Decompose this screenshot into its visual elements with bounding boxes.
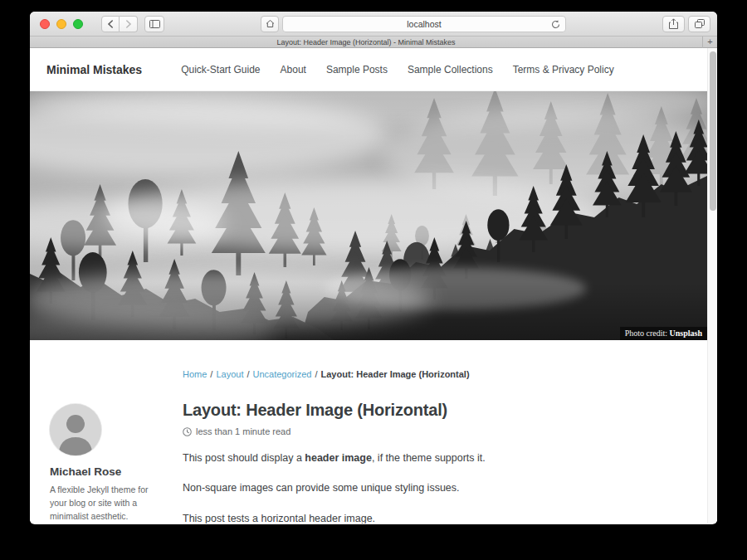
browser-window: localhost Layout: Header Image (Horizont… bbox=[30, 12, 717, 524]
reload-button[interactable] bbox=[550, 19, 561, 30]
read-time: less than 1 minute read bbox=[196, 426, 290, 436]
photo-credit-link[interactable]: Unsplash bbox=[670, 329, 702, 338]
paragraph-1: This post should display a header image,… bbox=[183, 450, 681, 466]
home-button[interactable] bbox=[261, 16, 279, 32]
author-sidebar: Michael Rose A flexible Jekyll theme for… bbox=[30, 401, 183, 523]
breadcrumb-separator: / bbox=[315, 369, 317, 379]
sidebar-icon bbox=[149, 20, 160, 28]
post-body: Layout: Header Image (Horizontal) less t… bbox=[183, 401, 697, 523]
active-tab[interactable]: Layout: Header Image (Horizontal) - Mini… bbox=[30, 37, 702, 48]
post-meta: less than 1 minute read bbox=[183, 426, 681, 436]
header-image: Photo credit: Unsplash bbox=[30, 91, 707, 340]
chevron-left-icon bbox=[107, 20, 114, 28]
author-name: Michael Rose bbox=[50, 465, 163, 478]
primary-nav: Quick-Start Guide About Sample Posts Sam… bbox=[181, 64, 614, 75]
scrollbar-track[interactable] bbox=[707, 48, 717, 523]
scrollbar-thumb[interactable] bbox=[710, 51, 716, 211]
photo-credit: Photo credit: Unsplash bbox=[620, 327, 707, 340]
paragraph-2: Non-square images can provide some uniqu… bbox=[183, 480, 681, 496]
home-icon bbox=[266, 19, 275, 28]
site-title[interactable]: Minimal Mistakes bbox=[46, 63, 142, 76]
browser-toolbar: localhost bbox=[30, 12, 717, 37]
nav-item-quick-start[interactable]: Quick-Start Guide bbox=[181, 64, 260, 75]
tab-overview-button[interactable] bbox=[688, 16, 710, 32]
toolbar-right-buttons bbox=[662, 16, 710, 32]
breadcrumb-current: Layout: Header Image (Horizontal) bbox=[321, 369, 470, 379]
paragraph-1-bold: header image bbox=[305, 452, 372, 464]
breadcrumb-home[interactable]: Home bbox=[183, 369, 207, 379]
tabs-icon bbox=[695, 19, 705, 28]
page-content: Minimal Mistakes Quick-Start Guide About… bbox=[30, 48, 707, 523]
person-silhouette-icon bbox=[50, 404, 101, 455]
new-tab-button[interactable]: + bbox=[702, 37, 717, 48]
breadcrumb-separator: / bbox=[247, 369, 249, 379]
share-button[interactable] bbox=[662, 16, 685, 32]
breadcrumb-layout[interactable]: Layout bbox=[216, 369, 243, 379]
masthead: Minimal Mistakes Quick-Start Guide About… bbox=[30, 48, 707, 91]
window-controls bbox=[40, 19, 83, 29]
article-section: Michael Rose A flexible Jekyll theme for… bbox=[30, 401, 707, 523]
foggy-forest-illustration bbox=[30, 91, 707, 340]
history-nav bbox=[101, 16, 138, 32]
nav-item-sample-collections[interactable]: Sample Collections bbox=[408, 64, 493, 75]
page-viewport: Minimal Mistakes Quick-Start Guide About… bbox=[30, 48, 717, 523]
nav-item-about[interactable]: About bbox=[281, 64, 306, 75]
nav-item-sample-posts[interactable]: Sample Posts bbox=[326, 64, 388, 75]
breadcrumb-separator: / bbox=[210, 369, 212, 379]
photo-credit-prefix: Photo credit: bbox=[625, 329, 670, 338]
back-button[interactable] bbox=[101, 16, 120, 32]
share-icon bbox=[669, 18, 678, 29]
forward-button[interactable] bbox=[120, 16, 138, 32]
breadcrumb-uncategorized[interactable]: Uncategorized bbox=[253, 369, 312, 379]
address-bar[interactable]: localhost bbox=[282, 16, 566, 32]
paragraph-1-text: , if the theme supports it. bbox=[372, 452, 486, 464]
post-title: Layout: Header Image (Horizontal) bbox=[183, 401, 681, 420]
url-text: localhost bbox=[407, 19, 441, 29]
breadcrumb: Home/Layout/Uncategorized/Layout: Header… bbox=[183, 369, 707, 379]
zoom-button[interactable] bbox=[73, 19, 83, 29]
reload-icon bbox=[550, 19, 561, 30]
nav-item-terms[interactable]: Terms & Privacy Policy bbox=[513, 64, 614, 75]
chevron-right-icon bbox=[125, 20, 132, 28]
author-bio: A flexible Jekyll theme for your blog or… bbox=[50, 484, 166, 523]
paragraph-1-text: This post should display a bbox=[183, 452, 305, 464]
paragraph-3: This post tests a horizontal header imag… bbox=[183, 511, 681, 523]
avatar bbox=[50, 404, 101, 455]
clock-icon bbox=[183, 427, 192, 436]
minimize-button[interactable] bbox=[56, 19, 66, 29]
sidebar-toggle-button[interactable] bbox=[144, 16, 164, 32]
close-button[interactable] bbox=[40, 19, 50, 29]
tab-bar: Layout: Header Image (Horizontal) - Mini… bbox=[30, 37, 717, 48]
